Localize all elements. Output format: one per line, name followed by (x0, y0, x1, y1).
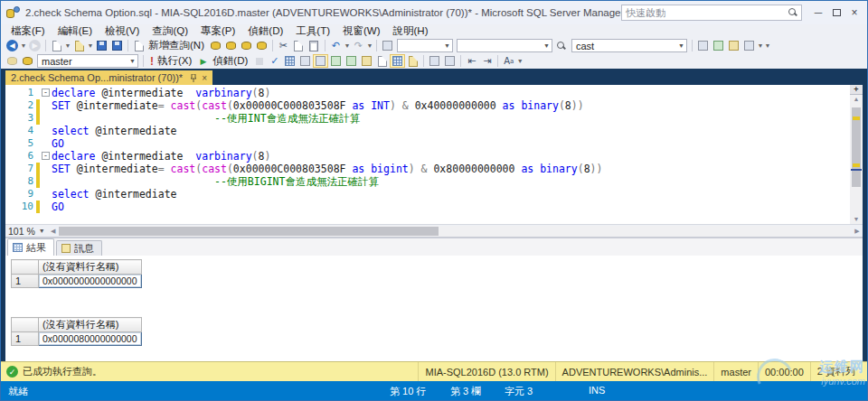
grid-column-header[interactable]: (沒有資料行名稱) (39, 318, 142, 332)
tab-close-icon[interactable]: × (200, 73, 207, 83)
change-annotation (853, 117, 860, 120)
grid-value-cell[interactable]: 0x0000080000000000 (39, 332, 142, 346)
results-to-grid-icon[interactable] (390, 54, 405, 68)
toolbox-icon[interactable] (726, 39, 741, 52)
menu-help[interactable]: 說明(H) (387, 24, 435, 38)
horizontal-scrollbar-thumb[interactable] (59, 227, 439, 236)
grid-corner-cell[interactable] (12, 260, 39, 275)
new-query-button[interactable]: 新增查詢(N) (146, 39, 208, 52)
database-combo[interactable]: master▼ (37, 54, 138, 68)
execute-button[interactable]: 執行(X) (156, 54, 195, 68)
redo-dropdown-icon[interactable]: ▼ (366, 42, 373, 49)
scroll-up-icon[interactable]: ▲ (854, 95, 860, 104)
analysis-dmx-query-icon[interactable] (239, 39, 254, 52)
new-file-icon[interactable] (49, 39, 64, 52)
split-window-icon[interactable]: + (850, 85, 863, 95)
navigate-back-icon[interactable]: ◀ (5, 39, 20, 52)
pin-icon[interactable] (190, 74, 197, 82)
scroll-down-icon[interactable]: ▼ (854, 215, 860, 224)
sqlcmd-icon[interactable] (695, 39, 711, 52)
navigate-forward-icon[interactable]: ▶ (27, 39, 42, 52)
menu-view[interactable]: 檢視(V) (99, 24, 146, 38)
grid-row-header[interactable]: 1 (12, 275, 39, 288)
grid-column-header[interactable]: (沒有資料行名稱) (39, 260, 142, 275)
results-grid-icon (13, 243, 23, 252)
query-status-bar: ✓ 已成功執行查詢。 MIA-SQL2016D (13.0 RTM) ADVEN… (1, 361, 867, 381)
properties-icon[interactable] (741, 39, 757, 52)
scroll-left-icon[interactable]: ◀ (48, 228, 59, 235)
save-icon[interactable] (94, 39, 109, 52)
undo-icon[interactable]: ↶ (328, 39, 344, 52)
database-engine-query-icon[interactable] (208, 39, 223, 52)
specify-template-values-icon[interactable] (313, 54, 328, 68)
comment-icon[interactable] (427, 54, 442, 68)
include-actual-plan-icon[interactable] (328, 54, 344, 68)
save-all-icon[interactable] (109, 39, 125, 52)
unused-combo-1[interactable]: ▼ (397, 39, 453, 52)
search-combo[interactable]: cast▼ (571, 39, 687, 52)
redo-icon[interactable]: ↷ (351, 39, 366, 52)
menu-tools[interactable]: 工具(T) (289, 24, 336, 38)
paste-icon[interactable] (307, 39, 322, 52)
status-char: 字元 3 (505, 385, 533, 398)
execute-icon[interactable]: ! (146, 55, 156, 68)
analysis-mdx-query-icon[interactable] (223, 39, 239, 52)
open-file-icon[interactable] (71, 39, 87, 52)
change-connection-icon[interactable] (20, 54, 35, 68)
menu-window[interactable]: 視窗(W) (336, 24, 387, 38)
debug-play-icon[interactable]: ▶ (195, 54, 211, 68)
menu-project[interactable]: 專案(P) (194, 24, 241, 38)
stop-icon[interactable] (251, 54, 267, 68)
showplan-icon[interactable] (282, 54, 297, 68)
scrollbar-track[interactable] (850, 104, 863, 215)
grid-value-cell[interactable]: 0x0000000000000000 (39, 275, 142, 288)
horizontal-scrollbar[interactable] (59, 226, 850, 237)
new-file-dropdown-icon[interactable]: ▼ (64, 42, 71, 49)
table-row: 1 0x0000000000000000 (12, 275, 142, 288)
vertical-scrollbar[interactable]: + ▲ ▼ (850, 85, 863, 224)
tab-results[interactable]: 結果 (7, 238, 54, 256)
activity-monitor-icon[interactable] (380, 39, 395, 52)
wrench-icon[interactable] (711, 39, 726, 52)
results-to-text-icon[interactable] (374, 54, 390, 68)
document-tab[interactable]: 2.check Schema Op...ministrator (70))* × (5, 70, 212, 85)
new-query-icon[interactable] (131, 39, 146, 52)
toolbar-overflow-icon[interactable]: ▼ (764, 42, 771, 49)
code-line: 4select @intermediate (5, 125, 850, 137)
zoom-combo[interactable]: 101 % ▼ (5, 225, 48, 237)
unused-combo-2[interactable]: ▼ (457, 39, 552, 52)
scroll-right-icon[interactable]: ▶ (852, 228, 863, 235)
undo-dropdown-icon[interactable]: ▼ (344, 42, 351, 49)
include-client-stats-icon[interactable] (359, 54, 374, 68)
open-file-dropdown-icon[interactable]: ▼ (87, 42, 94, 49)
find-in-objects-icon[interactable] (554, 39, 570, 52)
toolbar-dropdown-icon[interactable]: ▼ (757, 42, 764, 49)
menu-debug[interactable]: 偵錯(D) (241, 24, 289, 38)
debug-button[interactable]: 偵錯(D) (211, 54, 251, 68)
uncomment-icon[interactable] (442, 54, 458, 68)
menu-edit[interactable]: 編輯(E) (52, 24, 99, 38)
navigate-back-dropdown-icon[interactable]: ▼ (20, 42, 27, 49)
analysis-xmla-query-icon[interactable] (254, 39, 269, 52)
decrease-indent-icon[interactable]: ⇤ (464, 54, 479, 68)
copy-icon[interactable] (291, 39, 307, 52)
increase-indent-icon[interactable]: ⇥ (479, 54, 495, 68)
minimize-button[interactable]: ─ (809, 5, 827, 21)
include-live-stats-icon[interactable] (344, 54, 359, 68)
results-to-file-icon[interactable] (405, 54, 420, 68)
menu-query[interactable]: 查詢(Q) (146, 24, 194, 38)
close-button[interactable]: × (845, 5, 863, 21)
cut-icon[interactable]: ✂ (276, 39, 291, 52)
intellisense-icon[interactable]: Aa (501, 54, 516, 68)
sql-editor[interactable]: 1-declare @intermediate varbinary(8)2SET… (5, 85, 850, 224)
restore-button[interactable] (827, 5, 845, 21)
parse-check-icon[interactable]: ✓ (267, 54, 282, 68)
grid-corner-cell[interactable] (12, 318, 39, 332)
toolbar2-overflow-icon[interactable]: ▼ (516, 58, 524, 64)
grid-row-header[interactable]: 1 (12, 332, 39, 346)
tab-messages[interactable]: 訊息 (56, 240, 102, 256)
connect-db-icon[interactable] (5, 54, 20, 68)
menu-file[interactable]: 檔案(F) (5, 24, 52, 38)
quick-launch-input[interactable]: 快速啟動 (621, 5, 802, 21)
query-designer-icon[interactable] (297, 54, 313, 68)
